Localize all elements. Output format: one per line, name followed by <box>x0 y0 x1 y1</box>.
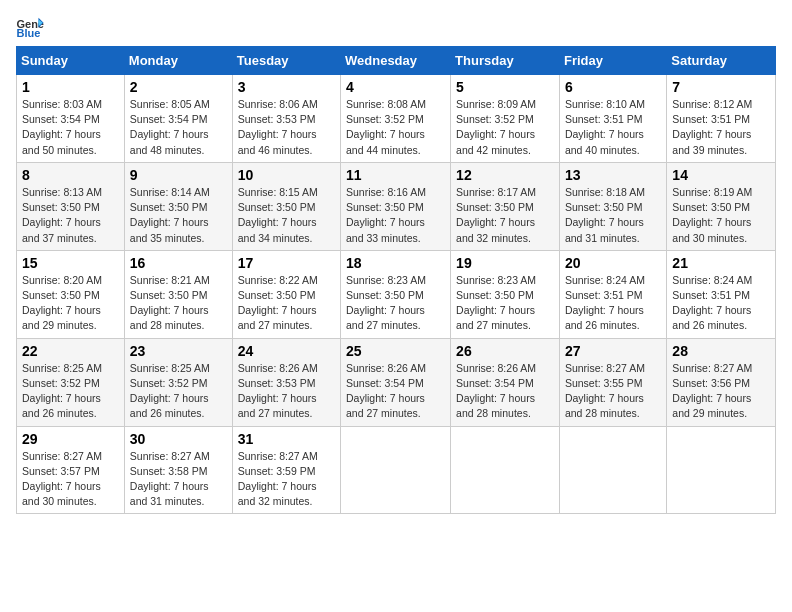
day-info: Sunrise: 8:06 AMSunset: 3:53 PMDaylight:… <box>238 97 335 158</box>
calendar-cell: 30Sunrise: 8:27 AMSunset: 3:58 PMDayligh… <box>124 426 232 514</box>
day-info: Sunrise: 8:08 AMSunset: 3:52 PMDaylight:… <box>346 97 445 158</box>
calendar-cell: 26Sunrise: 8:26 AMSunset: 3:54 PMDayligh… <box>451 338 560 426</box>
day-number: 20 <box>565 255 661 271</box>
day-info: Sunrise: 8:05 AMSunset: 3:54 PMDaylight:… <box>130 97 227 158</box>
day-info: Sunrise: 8:26 AMSunset: 3:54 PMDaylight:… <box>346 361 445 422</box>
day-number: 19 <box>456 255 554 271</box>
day-number: 23 <box>130 343 227 359</box>
day-number: 16 <box>130 255 227 271</box>
day-info: Sunrise: 8:22 AMSunset: 3:50 PMDaylight:… <box>238 273 335 334</box>
day-number: 15 <box>22 255 119 271</box>
calendar-cell: 29Sunrise: 8:27 AMSunset: 3:57 PMDayligh… <box>17 426 125 514</box>
day-number: 7 <box>672 79 770 95</box>
day-info: Sunrise: 8:26 AMSunset: 3:53 PMDaylight:… <box>238 361 335 422</box>
day-info: Sunrise: 8:19 AMSunset: 3:50 PMDaylight:… <box>672 185 770 246</box>
calendar-cell: 2Sunrise: 8:05 AMSunset: 3:54 PMDaylight… <box>124 75 232 163</box>
calendar-cell: 27Sunrise: 8:27 AMSunset: 3:55 PMDayligh… <box>559 338 666 426</box>
day-info: Sunrise: 8:25 AMSunset: 3:52 PMDaylight:… <box>130 361 227 422</box>
day-number: 9 <box>130 167 227 183</box>
day-number: 5 <box>456 79 554 95</box>
day-info: Sunrise: 8:27 AMSunset: 3:56 PMDaylight:… <box>672 361 770 422</box>
day-number: 27 <box>565 343 661 359</box>
calendar-cell <box>451 426 560 514</box>
calendar-cell: 17Sunrise: 8:22 AMSunset: 3:50 PMDayligh… <box>232 250 340 338</box>
calendar-cell: 6Sunrise: 8:10 AMSunset: 3:51 PMDaylight… <box>559 75 666 163</box>
calendar-cell: 15Sunrise: 8:20 AMSunset: 3:50 PMDayligh… <box>17 250 125 338</box>
col-header-monday: Monday <box>124 47 232 75</box>
calendar-cell: 8Sunrise: 8:13 AMSunset: 3:50 PMDaylight… <box>17 162 125 250</box>
calendar-cell: 9Sunrise: 8:14 AMSunset: 3:50 PMDaylight… <box>124 162 232 250</box>
calendar-cell: 23Sunrise: 8:25 AMSunset: 3:52 PMDayligh… <box>124 338 232 426</box>
calendar-cell <box>341 426 451 514</box>
calendar-cell: 31Sunrise: 8:27 AMSunset: 3:59 PMDayligh… <box>232 426 340 514</box>
day-info: Sunrise: 8:27 AMSunset: 3:57 PMDaylight:… <box>22 449 119 510</box>
calendar-cell <box>559 426 666 514</box>
day-info: Sunrise: 8:16 AMSunset: 3:50 PMDaylight:… <box>346 185 445 246</box>
day-info: Sunrise: 8:13 AMSunset: 3:50 PMDaylight:… <box>22 185 119 246</box>
calendar-cell: 22Sunrise: 8:25 AMSunset: 3:52 PMDayligh… <box>17 338 125 426</box>
day-info: Sunrise: 8:03 AMSunset: 3:54 PMDaylight:… <box>22 97 119 158</box>
day-info: Sunrise: 8:26 AMSunset: 3:54 PMDaylight:… <box>456 361 554 422</box>
day-info: Sunrise: 8:23 AMSunset: 3:50 PMDaylight:… <box>456 273 554 334</box>
day-number: 14 <box>672 167 770 183</box>
calendar-cell: 5Sunrise: 8:09 AMSunset: 3:52 PMDaylight… <box>451 75 560 163</box>
day-number: 26 <box>456 343 554 359</box>
calendar-cell: 18Sunrise: 8:23 AMSunset: 3:50 PMDayligh… <box>341 250 451 338</box>
day-number: 10 <box>238 167 335 183</box>
day-number: 21 <box>672 255 770 271</box>
calendar-cell: 13Sunrise: 8:18 AMSunset: 3:50 PMDayligh… <box>559 162 666 250</box>
day-info: Sunrise: 8:15 AMSunset: 3:50 PMDaylight:… <box>238 185 335 246</box>
col-header-wednesday: Wednesday <box>341 47 451 75</box>
day-info: Sunrise: 8:27 AMSunset: 3:55 PMDaylight:… <box>565 361 661 422</box>
day-number: 8 <box>22 167 119 183</box>
col-header-saturday: Saturday <box>667 47 776 75</box>
day-info: Sunrise: 8:24 AMSunset: 3:51 PMDaylight:… <box>565 273 661 334</box>
day-number: 4 <box>346 79 445 95</box>
calendar-cell: 25Sunrise: 8:26 AMSunset: 3:54 PMDayligh… <box>341 338 451 426</box>
calendar-cell: 3Sunrise: 8:06 AMSunset: 3:53 PMDaylight… <box>232 75 340 163</box>
day-number: 24 <box>238 343 335 359</box>
logo-icon: General Blue <box>16 16 44 38</box>
col-header-thursday: Thursday <box>451 47 560 75</box>
calendar-cell: 21Sunrise: 8:24 AMSunset: 3:51 PMDayligh… <box>667 250 776 338</box>
day-info: Sunrise: 8:25 AMSunset: 3:52 PMDaylight:… <box>22 361 119 422</box>
day-info: Sunrise: 8:14 AMSunset: 3:50 PMDaylight:… <box>130 185 227 246</box>
day-number: 12 <box>456 167 554 183</box>
day-info: Sunrise: 8:27 AMSunset: 3:59 PMDaylight:… <box>238 449 335 510</box>
calendar-cell: 10Sunrise: 8:15 AMSunset: 3:50 PMDayligh… <box>232 162 340 250</box>
day-number: 30 <box>130 431 227 447</box>
day-info: Sunrise: 8:09 AMSunset: 3:52 PMDaylight:… <box>456 97 554 158</box>
calendar-cell: 11Sunrise: 8:16 AMSunset: 3:50 PMDayligh… <box>341 162 451 250</box>
day-info: Sunrise: 8:12 AMSunset: 3:51 PMDaylight:… <box>672 97 770 158</box>
day-info: Sunrise: 8:20 AMSunset: 3:50 PMDaylight:… <box>22 273 119 334</box>
day-number: 18 <box>346 255 445 271</box>
svg-text:Blue: Blue <box>16 27 40 38</box>
day-number: 3 <box>238 79 335 95</box>
header: General Blue <box>16 16 776 38</box>
calendar-cell: 20Sunrise: 8:24 AMSunset: 3:51 PMDayligh… <box>559 250 666 338</box>
calendar-cell: 28Sunrise: 8:27 AMSunset: 3:56 PMDayligh… <box>667 338 776 426</box>
day-number: 31 <box>238 431 335 447</box>
day-number: 11 <box>346 167 445 183</box>
day-number: 22 <box>22 343 119 359</box>
calendar-cell: 16Sunrise: 8:21 AMSunset: 3:50 PMDayligh… <box>124 250 232 338</box>
calendar-cell <box>667 426 776 514</box>
calendar-cell: 7Sunrise: 8:12 AMSunset: 3:51 PMDaylight… <box>667 75 776 163</box>
day-info: Sunrise: 8:24 AMSunset: 3:51 PMDaylight:… <box>672 273 770 334</box>
calendar-table: SundayMondayTuesdayWednesdayThursdayFrid… <box>16 46 776 514</box>
calendar-cell: 12Sunrise: 8:17 AMSunset: 3:50 PMDayligh… <box>451 162 560 250</box>
day-number: 25 <box>346 343 445 359</box>
col-header-friday: Friday <box>559 47 666 75</box>
day-number: 6 <box>565 79 661 95</box>
calendar-cell: 24Sunrise: 8:26 AMSunset: 3:53 PMDayligh… <box>232 338 340 426</box>
calendar-cell: 14Sunrise: 8:19 AMSunset: 3:50 PMDayligh… <box>667 162 776 250</box>
day-info: Sunrise: 8:18 AMSunset: 3:50 PMDaylight:… <box>565 185 661 246</box>
col-header-tuesday: Tuesday <box>232 47 340 75</box>
col-header-sunday: Sunday <box>17 47 125 75</box>
calendar-cell: 4Sunrise: 8:08 AMSunset: 3:52 PMDaylight… <box>341 75 451 163</box>
day-info: Sunrise: 8:17 AMSunset: 3:50 PMDaylight:… <box>456 185 554 246</box>
day-info: Sunrise: 8:23 AMSunset: 3:50 PMDaylight:… <box>346 273 445 334</box>
day-info: Sunrise: 8:27 AMSunset: 3:58 PMDaylight:… <box>130 449 227 510</box>
logo: General Blue <box>16 16 44 38</box>
day-number: 1 <box>22 79 119 95</box>
